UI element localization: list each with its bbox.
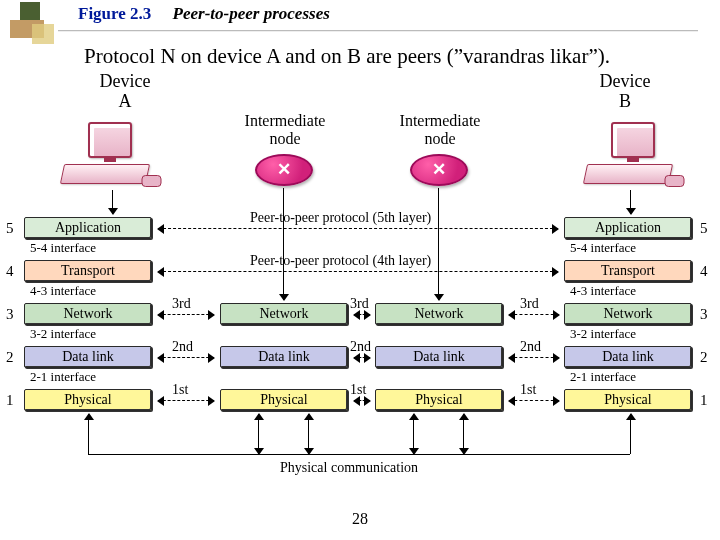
iface-54-a: 5-4 interface	[30, 240, 96, 256]
figure-number: Figure 2.3	[78, 4, 151, 23]
hop	[158, 400, 214, 401]
link	[438, 188, 439, 300]
row-num-5: 5	[6, 220, 14, 237]
phys-link	[308, 414, 309, 454]
router-1-icon: ✕	[255, 154, 313, 186]
layer-box-dl-a: Data link	[24, 346, 152, 368]
layer-box-tra-a: Transport	[24, 260, 152, 282]
row-num-2: 2	[6, 349, 14, 366]
hop-label-2-2: 2nd	[350, 339, 371, 355]
layer-box-net-n2: Network	[375, 303, 503, 325]
slide: Figure 2.3 Peer-to-peer processes Protoc…	[0, 0, 720, 540]
phys-link	[413, 414, 414, 454]
row-num-4: 4	[6, 263, 14, 280]
hop-label-3-2: 3rd	[350, 296, 369, 312]
header: Figure 2.3 Peer-to-peer processes	[0, 0, 720, 40]
phys-link	[463, 414, 464, 454]
phys-link	[258, 414, 259, 454]
iface-43-b: 4-3 interface	[570, 283, 636, 299]
layer-box-net-b: Network	[564, 303, 692, 325]
peer-link-5	[158, 228, 558, 229]
layer-box-dl-n2: Data link	[375, 346, 503, 368]
row-num-1r: 1	[700, 392, 708, 409]
figure-title: Figure 2.3 Peer-to-peer processes	[78, 4, 330, 24]
layer-box-dl-n1: Data link	[220, 346, 348, 368]
device-a-label: DeviceA	[75, 72, 175, 112]
hop	[354, 357, 370, 358]
iface-21-a: 2-1 interface	[30, 369, 96, 385]
iface-21-b: 2-1 interface	[570, 369, 636, 385]
subtitle: Protocol N on device A and on B are peer…	[84, 44, 610, 69]
figure-caption: Peer-to-peer processes	[173, 4, 330, 23]
link	[112, 190, 113, 214]
hop-label-3-1: 3rd	[172, 296, 191, 312]
layer-box-app-a: Application	[24, 217, 152, 239]
hop	[354, 400, 370, 401]
intermediate-node-2: Intermediatenode	[385, 112, 495, 147]
layer-box-app-b: Application	[564, 217, 692, 239]
iface-54-b: 5-4 interface	[570, 240, 636, 256]
hop-label-3-3: 3rd	[520, 296, 539, 312]
link	[283, 188, 284, 300]
computer-b-icon	[585, 122, 675, 188]
page-number: 28	[0, 510, 720, 528]
row-num-2r: 2	[700, 349, 708, 366]
hop	[509, 357, 559, 358]
device-b-label: DeviceB	[575, 72, 675, 112]
layer-box-phy-n2: Physical	[375, 389, 503, 411]
layer-box-net-a: Network	[24, 303, 152, 325]
hop	[509, 314, 559, 315]
row-num-3: 3	[6, 306, 14, 323]
peer-label-4: Peer-to-peer protocol (4th layer)	[250, 253, 431, 269]
iface-43-a: 4-3 interface	[30, 283, 96, 299]
iface-32-a: 3-2 interface	[30, 326, 96, 342]
hop-label-2-1: 2nd	[172, 339, 193, 355]
layer-box-phy-n1: Physical	[220, 389, 348, 411]
hop	[354, 314, 370, 315]
phys-comm-label: Physical communication	[280, 460, 418, 476]
layer-box-tra-b: Transport	[564, 260, 692, 282]
row-num-1: 1	[6, 392, 14, 409]
phys-link	[88, 414, 89, 454]
hop	[509, 400, 559, 401]
iface-32-b: 3-2 interface	[570, 326, 636, 342]
phys-link	[88, 454, 630, 455]
hop-label-1-3: 1st	[520, 382, 536, 398]
hop-label-2-3: 2nd	[520, 339, 541, 355]
phys-link	[630, 414, 631, 454]
divider	[58, 30, 698, 31]
intermediate-node-1: Intermediatenode	[230, 112, 340, 147]
row-num-5r: 5	[700, 220, 708, 237]
peer-link-4	[158, 271, 558, 272]
link	[630, 190, 631, 214]
row-num-3r: 3	[700, 306, 708, 323]
diagram: DeviceA DeviceB Intermediatenode Interme…	[40, 72, 680, 512]
hop	[158, 357, 214, 358]
peer-label-5: Peer-to-peer protocol (5th layer)	[250, 210, 431, 226]
hop	[158, 314, 214, 315]
hop-label-1-2: 1st	[350, 382, 366, 398]
computer-a-icon	[62, 122, 152, 188]
row-num-4r: 4	[700, 263, 708, 280]
router-2-icon: ✕	[410, 154, 468, 186]
corner-decoration	[10, 2, 60, 52]
hop-label-1-1: 1st	[172, 382, 188, 398]
layer-box-dl-b: Data link	[564, 346, 692, 368]
layer-box-net-n1: Network	[220, 303, 348, 325]
